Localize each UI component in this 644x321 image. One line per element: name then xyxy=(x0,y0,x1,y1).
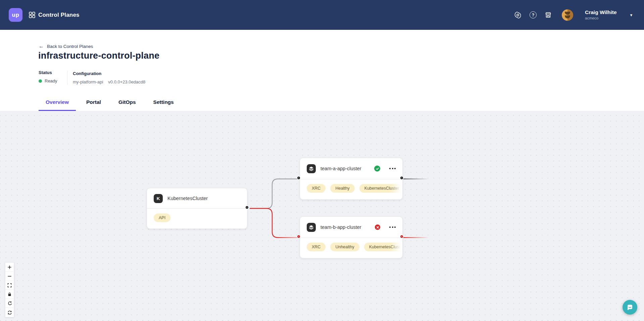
configuration-version: v0.0.0+23.0edacd8 xyxy=(108,79,145,84)
user-name: Craig Wilhite xyxy=(585,9,617,15)
graph-edges xyxy=(0,111,644,321)
rotate-button[interactable] xyxy=(5,299,14,308)
node-menu-button[interactable] xyxy=(389,227,396,228)
tab-portal[interactable]: Portal xyxy=(79,99,108,111)
badge-api: API xyxy=(154,213,170,222)
configuration-name: my-platform-api xyxy=(73,79,103,84)
zoom-out-button[interactable] xyxy=(5,272,14,281)
handle-k8s-source[interactable] xyxy=(246,206,248,209)
node-title: KubernetesCluster xyxy=(167,196,208,201)
tab-bar: Overview Portal GitOps Settings xyxy=(39,99,181,111)
healthy-check-icon xyxy=(374,166,380,172)
badge-kubernetescluster: KubernetesCluster xyxy=(359,184,403,193)
handle-team-a-source[interactable] xyxy=(400,177,403,179)
tab-overview[interactable]: Overview xyxy=(39,99,76,111)
canvas-controls xyxy=(5,262,14,317)
upbound-logo[interactable]: up xyxy=(9,8,22,22)
chat-button[interactable] xyxy=(623,300,637,315)
back-arrow-icon: ← xyxy=(39,44,44,49)
handle-team-b-source[interactable] xyxy=(400,235,403,238)
zoom-in-button[interactable] xyxy=(5,263,14,272)
edge-k8s-to-team-a xyxy=(250,179,300,208)
lock-button[interactable] xyxy=(5,290,14,299)
badge-xrc: XRC xyxy=(307,184,326,193)
edge-k8s-to-team-b xyxy=(250,208,300,238)
badge-xrc: XRC xyxy=(307,243,326,251)
user-org: acmeco xyxy=(585,16,617,20)
unhealthy-x-icon xyxy=(375,224,380,230)
node-title: team-a-app-cluster xyxy=(320,166,361,171)
node-kubernetescluster[interactable]: K KubernetesCluster API xyxy=(147,188,247,229)
configuration-block: Configuration my-platform-api v0.0.0+23.… xyxy=(73,71,145,84)
badge-kubernetescluster: KubernetesCluster xyxy=(364,243,403,251)
handle-team-a-target[interactable] xyxy=(297,177,300,179)
chevron-down-icon[interactable]: ▼ xyxy=(630,13,633,17)
status-value: Ready xyxy=(45,78,57,83)
page-header: ← Back to Control Planes infrastructure-… xyxy=(0,30,644,111)
layers-icon xyxy=(307,164,316,173)
kubernetes-icon: K xyxy=(154,194,163,203)
status-block: Status Ready xyxy=(39,70,57,83)
avatar[interactable] xyxy=(562,9,573,21)
page-title: infrastructure-control-plane xyxy=(38,51,159,61)
grid-icon[interactable] xyxy=(29,12,35,18)
settings-gear-icon[interactable] xyxy=(514,11,522,19)
node-team-a-app-cluster[interactable]: team-a-app-cluster XRC Healthy Kubernete… xyxy=(300,158,403,200)
tab-settings[interactable]: Settings xyxy=(146,99,181,111)
app-title: Control Planes xyxy=(38,12,80,18)
refresh-button[interactable] xyxy=(5,308,14,317)
status-ready-dot xyxy=(39,79,42,83)
node-menu-button[interactable] xyxy=(389,168,396,169)
help-icon[interactable]: ? xyxy=(530,11,537,18)
back-link-label: Back to Control Planes xyxy=(47,44,93,49)
node-title: team-b-app-cluster xyxy=(320,224,361,230)
layers-icon xyxy=(307,223,316,232)
status-label: Status xyxy=(39,70,57,75)
badge-unhealthy: Unhealthy xyxy=(330,243,359,251)
marketplace-icon[interactable] xyxy=(545,11,552,18)
fit-view-button[interactable] xyxy=(5,281,14,290)
back-link[interactable]: ← Back to Control Planes xyxy=(39,44,93,49)
node-team-b-app-cluster[interactable]: team-b-app-cluster XRC Unhealthy Kuberne… xyxy=(300,216,403,258)
handle-team-b-target[interactable] xyxy=(297,235,300,238)
top-navbar: up Control Planes ? Craig Wilhite xyxy=(0,0,644,30)
graph-canvas[interactable]: K KubernetesCluster API team-a-app-clust… xyxy=(0,111,644,321)
meta-divider xyxy=(67,71,67,85)
tab-gitops[interactable]: GitOps xyxy=(111,99,143,111)
badge-healthy: Healthy xyxy=(330,184,354,193)
configuration-label: Configuration xyxy=(73,71,145,76)
